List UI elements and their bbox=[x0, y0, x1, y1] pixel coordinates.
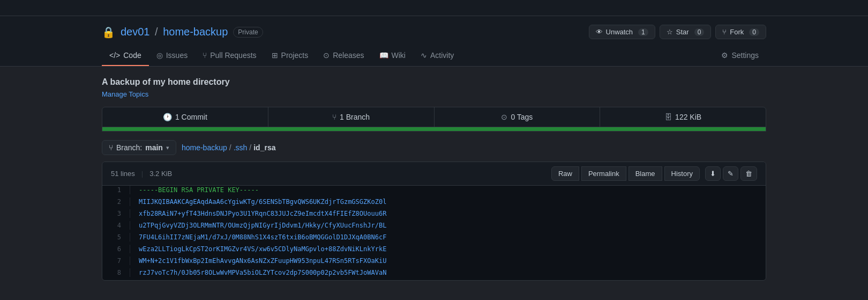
breadcrumb-root[interactable]: home-backup bbox=[182, 143, 227, 152]
file-viewer: 51 lines | 3.2 KiB Raw Permalink Blame H… bbox=[102, 162, 766, 281]
file-header: 51 lines | 3.2 KiB Raw Permalink Blame H… bbox=[102, 162, 766, 186]
repo-header: 🔒 dev01 / home-backup Private 👁 Unwatch … bbox=[0, 16, 868, 67]
history-button[interactable]: History bbox=[664, 166, 700, 181]
commits-label: 1 Commit bbox=[175, 113, 207, 121]
top-bar bbox=[0, 0, 868, 16]
main-content: A backup of my home directory Manage Top… bbox=[91, 67, 777, 291]
line-number: 4 bbox=[102, 221, 130, 230]
settings-icon: ⚙ bbox=[721, 51, 728, 60]
repo-full-name: dev01 / home-backup bbox=[121, 26, 228, 38]
line-code: xfb28RAiN7+yfT43HdnsDNJPyo3U1YRqnC83JUJc… bbox=[130, 209, 766, 218]
tab-code[interactable]: </> Code bbox=[102, 46, 149, 66]
line-code: -----BEGIN RSA PRIVATE KEY----- bbox=[130, 186, 766, 194]
code-content: 1-----BEGIN RSA PRIVATE KEY-----2MIIJKQI… bbox=[102, 186, 766, 280]
tags-stat[interactable]: ⊙ 0 Tags bbox=[435, 107, 601, 127]
file-nav: ⑂ Branch: main ▾ home-backup / .ssh / id… bbox=[102, 140, 766, 155]
line-code: 7FU4L6ihII7zNEjaM1/d7xJ/0M88NhS1X4szT6tx… bbox=[130, 233, 766, 242]
tab-wiki[interactable]: 📖 Wiki bbox=[372, 46, 413, 66]
line-number: 8 bbox=[102, 268, 130, 277]
tab-wiki-label: Wiki bbox=[392, 51, 406, 60]
star-label: Star bbox=[676, 28, 689, 36]
progress-bar bbox=[102, 127, 766, 131]
unwatch-button[interactable]: 👁 Unwatch 1 bbox=[589, 25, 655, 39]
tags-icon: ⊙ bbox=[501, 113, 507, 121]
code-line: 3xfb28RAiN7+yfT43HdnsDNJPyo3U1YRqnC83JUJ… bbox=[102, 209, 766, 221]
file-lines: 51 lines bbox=[111, 170, 135, 178]
branches-label: 1 Branch bbox=[340, 113, 370, 121]
tab-issues[interactable]: ◎ Issues bbox=[149, 46, 195, 66]
download-button[interactable]: ⬇ bbox=[705, 166, 721, 181]
tab-activity[interactable]: ∿ Activity bbox=[413, 46, 461, 66]
commits-icon: 🕐 bbox=[163, 113, 172, 121]
star-count: 0 bbox=[694, 28, 705, 36]
star-icon: ☆ bbox=[667, 28, 673, 36]
code-line: 7WM+N+2c1V1fbWxBp2ImEhAvvgANx6AsNZxZFuup… bbox=[102, 257, 766, 268]
branch-name: main bbox=[145, 143, 163, 152]
fork-icon: ⑂ bbox=[722, 28, 727, 36]
file-meta: 51 lines | 3.2 KiB bbox=[111, 170, 172, 178]
fork-button[interactable]: ⑂ Fork 0 bbox=[715, 25, 766, 39]
file-size: 3.2 KiB bbox=[149, 170, 172, 178]
code-line: 6wEza2LLTiogLkCpST2orKIMGZvr4VS/xw6v5CDl… bbox=[102, 245, 766, 257]
blame-button[interactable]: Blame bbox=[628, 166, 662, 181]
manage-topics-link[interactable]: Manage Topics bbox=[102, 90, 766, 98]
line-number: 7 bbox=[102, 257, 130, 265]
branches-icon: ⑂ bbox=[332, 113, 336, 121]
fork-count: 0 bbox=[749, 28, 759, 36]
projects-icon: ⊞ bbox=[272, 51, 278, 60]
tags-label: 0 Tags bbox=[511, 113, 533, 121]
tab-projects[interactable]: ⊞ Projects bbox=[264, 46, 316, 66]
slash-separator: / bbox=[152, 26, 161, 38]
breadcrumb-sep-1: / bbox=[229, 143, 231, 152]
issues-icon: ◎ bbox=[156, 51, 163, 60]
code-icon: </> bbox=[109, 51, 120, 60]
repo-nav: </> Code ◎ Issues ⑂ Pull Requests ⊞ Proj… bbox=[102, 46, 766, 66]
tab-code-label: Code bbox=[123, 51, 141, 60]
breadcrumb-sep-2: / bbox=[249, 143, 251, 152]
repo-actions: 👁 Unwatch 1 ☆ Star 0 ⑂ Fork 0 bbox=[589, 25, 766, 39]
repo-owner[interactable]: dev01 bbox=[121, 26, 150, 38]
code-line: 2MIIJKQIBAAKCAgEAqdAaA6cYgiwKTg/6SENSbTB… bbox=[102, 197, 766, 209]
meta-separator: | bbox=[141, 170, 143, 178]
code-line: 57FU4L6ihII7zNEjaM1/d7xJ/0M88NhS1X4szT6t… bbox=[102, 233, 766, 245]
tab-settings-label: Settings bbox=[731, 51, 759, 60]
branch-label: Branch: bbox=[116, 143, 142, 152]
breadcrumb-ssh[interactable]: .ssh bbox=[234, 143, 248, 152]
line-number: 5 bbox=[102, 233, 130, 242]
size-label: 122 KiB bbox=[675, 113, 701, 121]
repo-name[interactable]: home-backup bbox=[163, 26, 228, 38]
commits-stat[interactable]: 🕐 1 Commit bbox=[102, 107, 268, 127]
delete-button[interactable]: 🗑 bbox=[740, 166, 757, 181]
code-line: 4u2TPqjGvyVZDj3OLRMmNTR/OUmzQjpNIGyrIjDd… bbox=[102, 221, 766, 233]
repo-title-left: 🔒 dev01 / home-backup Private bbox=[102, 26, 263, 39]
chevron-down-icon: ▾ bbox=[166, 144, 169, 151]
tab-pull-requests[interactable]: ⑂ Pull Requests bbox=[195, 46, 264, 66]
line-code: WM+N+2c1V1fbWxBp2ImEhAvvgANx6AsNZxZFuupH… bbox=[130, 257, 766, 265]
wiki-icon: 📖 bbox=[379, 51, 388, 60]
branch-selector[interactable]: ⑂ Branch: main ▾ bbox=[102, 140, 176, 155]
file-actions: Raw Permalink Blame History ⬇ ✎ 🗑 bbox=[551, 166, 757, 181]
tab-issues-label: Issues bbox=[166, 51, 188, 60]
line-number: 2 bbox=[102, 197, 130, 206]
repo-title-row: 🔒 dev01 / home-backup Private 👁 Unwatch … bbox=[102, 25, 766, 46]
permalink-button[interactable]: Permalink bbox=[581, 166, 626, 181]
releases-icon: ⊙ bbox=[323, 51, 330, 60]
tab-releases[interactable]: ⊙ Releases bbox=[316, 46, 371, 66]
unwatch-count: 1 bbox=[638, 28, 648, 36]
tab-pr-label: Pull Requests bbox=[210, 51, 256, 60]
visibility-badge: Private bbox=[233, 27, 263, 38]
fork-label: Fork bbox=[730, 28, 744, 36]
line-code: u2TPqjGvyVZDj3OLRMmNTR/OUmzQjpNIGyrIjDdv… bbox=[130, 221, 766, 230]
database-icon: 🗄 bbox=[664, 113, 672, 121]
tab-releases-label: Releases bbox=[333, 51, 364, 60]
lock-icon: 🔒 bbox=[102, 26, 115, 39]
line-code: rzJ7voTc7h/0Jb05r8OLwWvMPVa5biOLZYTcov2d… bbox=[130, 268, 766, 277]
tab-activity-label: Activity bbox=[430, 51, 454, 60]
tab-settings[interactable]: ⚙ Settings bbox=[714, 46, 766, 66]
unwatch-label: Unwatch bbox=[606, 28, 633, 36]
edit-button[interactable]: ✎ bbox=[723, 166, 738, 181]
activity-icon: ∿ bbox=[421, 51, 427, 60]
star-button[interactable]: ☆ Star 0 bbox=[660, 25, 712, 39]
branches-stat[interactable]: ⑂ 1 Branch bbox=[268, 107, 435, 127]
raw-button[interactable]: Raw bbox=[551, 166, 579, 181]
